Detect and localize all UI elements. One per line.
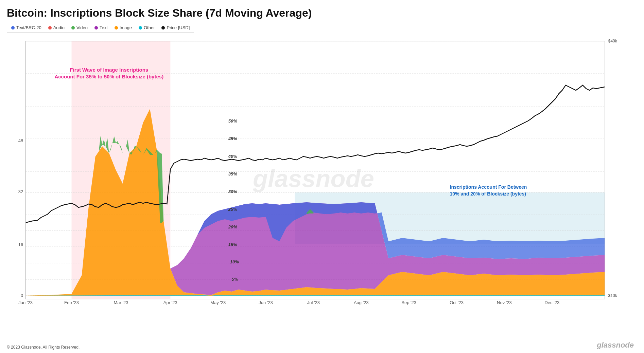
- svg-text:16: 16: [18, 242, 23, 247]
- legend-dot-text: [94, 26, 98, 30]
- chart-container: Bitcoin: Inscriptions Block Size Share (…: [0, 0, 644, 353]
- svg-text:$40k: $40k: [608, 39, 617, 43]
- legend-dot-video: [71, 26, 75, 30]
- legend-dot-audio: [48, 26, 52, 30]
- legend-item-audio: Audio: [48, 25, 65, 30]
- footer-logo: glassnode: [597, 341, 634, 350]
- svg-text:Apr '23: Apr '23: [163, 300, 177, 305]
- svg-text:Aug '23: Aug '23: [354, 300, 369, 305]
- svg-text:Jun '23: Jun '23: [259, 300, 273, 305]
- svg-text:Oct '23: Oct '23: [450, 300, 464, 305]
- legend-label-audio: Audio: [53, 25, 65, 30]
- svg-text:50%: 50%: [228, 118, 237, 124]
- legend-item-textbrc20: Text/BRC-20: [11, 25, 41, 30]
- legend: Text/BRC-20 Audio Video Text Image Other…: [7, 23, 194, 33]
- legend-dot-textbrc20: [11, 26, 15, 30]
- svg-text:32: 32: [18, 189, 23, 194]
- svg-text:30%: 30%: [228, 189, 237, 194]
- svg-text:20%: 20%: [228, 224, 237, 229]
- legend-dot-other: [139, 26, 142, 30]
- svg-text:10%: 10%: [230, 259, 239, 264]
- svg-text:Nov '23: Nov '23: [497, 300, 512, 305]
- svg-text:45%: 45%: [228, 136, 237, 141]
- legend-item-video: Video: [71, 25, 88, 30]
- legend-item-other: Other: [139, 25, 155, 30]
- legend-label-textbrc20: Text/BRC-20: [16, 25, 41, 30]
- svg-text:35%: 35%: [228, 171, 237, 176]
- svg-text:Jan '23: Jan '23: [18, 300, 33, 305]
- legend-item-image: Image: [115, 25, 132, 30]
- legend-item-text: Text: [94, 25, 108, 30]
- legend-label-video: Video: [76, 25, 88, 30]
- svg-text:15%: 15%: [228, 242, 237, 247]
- svg-text:glassnode: glassnode: [253, 165, 374, 192]
- svg-text:Feb '23: Feb '23: [64, 300, 79, 305]
- chart-title: Bitcoin: Inscriptions Block Size Share (…: [7, 7, 637, 19]
- svg-text:Mar '23: Mar '23: [114, 300, 128, 305]
- svg-text:Dec '23: Dec '23: [544, 300, 559, 305]
- svg-text:5%: 5%: [232, 277, 238, 282]
- svg-text:10% and 20% of Blocksize (byte: 10% and 20% of Blocksize (bytes): [450, 191, 526, 197]
- legend-label-image: Image: [120, 25, 132, 30]
- svg-text:May '23: May '23: [210, 300, 226, 305]
- chart-area: 0 16 32 48 $10k $40k 5% 10% 15% 20% 25% …: [7, 38, 637, 316]
- legend-dot-price: [161, 26, 165, 30]
- legend-label-price: Price [USD]: [167, 25, 190, 30]
- svg-text:Sep '23: Sep '23: [401, 300, 416, 305]
- svg-text:40%: 40%: [228, 154, 237, 159]
- svg-text:Jul '23: Jul '23: [307, 300, 320, 305]
- legend-label-text: Text: [100, 25, 108, 30]
- svg-text:$10k: $10k: [608, 293, 617, 298]
- svg-text:0: 0: [21, 293, 23, 298]
- chart-svg: 0 16 32 48 $10k $40k 5% 10% 15% 20% 25% …: [7, 38, 637, 316]
- svg-text:Inscriptions Account For Betwe: Inscriptions Account For Between: [450, 184, 527, 190]
- svg-text:First Wave of Image Inscriptio: First Wave of Image Inscriptions: [70, 67, 148, 73]
- svg-text:48: 48: [18, 138, 23, 143]
- legend-label-other: Other: [144, 25, 155, 30]
- svg-text:25%: 25%: [228, 207, 237, 212]
- footer-copyright: © 2023 Glassnode. All Rights Reserved.: [7, 345, 80, 350]
- legend-item-price: Price [USD]: [161, 25, 190, 30]
- svg-text:Account For 35% to 50% of Bloc: Account For 35% to 50% of Blocksize (byt…: [54, 74, 163, 79]
- legend-dot-image: [115, 26, 118, 30]
